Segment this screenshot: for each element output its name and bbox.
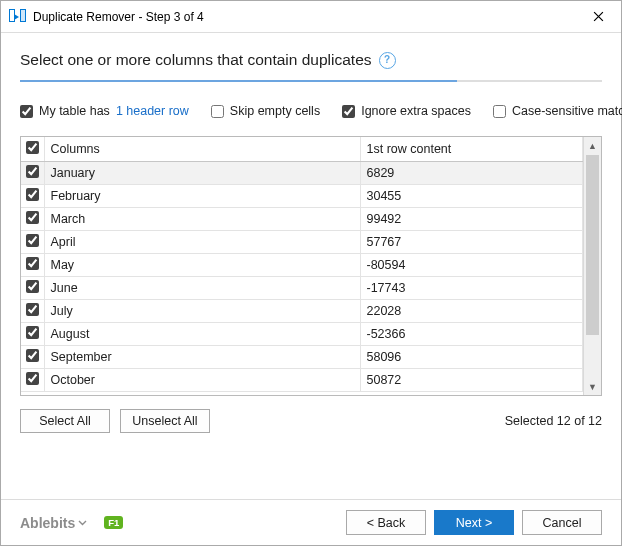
chevron-down-icon [78, 520, 87, 526]
table-header-row: Columns 1st row content [21, 137, 583, 161]
app-icon [9, 9, 26, 24]
titlebar: Duplicate Remover - Step 3 of 4 [1, 1, 621, 33]
page-heading: Select one or more columns that contain … [20, 51, 602, 69]
table-row[interactable]: February30455 [21, 184, 583, 207]
table-row[interactable]: January6829 [21, 161, 583, 184]
row-first-value: 58096 [360, 345, 583, 368]
row-checkbox[interactable] [26, 211, 39, 224]
table-row[interactable]: October50872 [21, 368, 583, 391]
row-column-name: August [44, 322, 360, 345]
ignore-spaces-checkbox[interactable] [342, 105, 355, 118]
row-first-value: 50872 [360, 368, 583, 391]
row-first-value: 99492 [360, 207, 583, 230]
close-icon [593, 11, 604, 22]
dialog-window: Duplicate Remover - Step 3 of 4 Select o… [0, 0, 622, 546]
select-all-checkbox[interactable] [26, 141, 39, 154]
skip-empty-checkbox[interactable] [211, 105, 224, 118]
options-row: My table has 1 header row Skip empty cel… [20, 104, 602, 118]
row-checkbox-cell[interactable] [21, 345, 44, 368]
header-rows-checkbox[interactable] [20, 105, 33, 118]
selected-count: Selected 12 of 12 [505, 414, 602, 428]
row-first-value: 30455 [360, 184, 583, 207]
header-rows-count[interactable]: 1 header row [116, 104, 189, 118]
row-first-value: -17743 [360, 276, 583, 299]
close-button[interactable] [576, 2, 621, 32]
cancel-button[interactable]: Cancel [522, 510, 602, 535]
row-checkbox[interactable] [26, 349, 39, 362]
row-checkbox-cell[interactable] [21, 253, 44, 276]
table-row[interactable]: April57767 [21, 230, 583, 253]
row-checkbox[interactable] [26, 326, 39, 339]
row-checkbox-cell[interactable] [21, 207, 44, 230]
row-first-value: 57767 [360, 230, 583, 253]
case-sensitive-checkbox[interactable] [493, 105, 506, 118]
brand[interactable]: Ablebits [20, 515, 87, 531]
row-column-name: March [44, 207, 360, 230]
row-column-name: October [44, 368, 360, 391]
table-row[interactable]: July22028 [21, 299, 583, 322]
row-column-name: September [44, 345, 360, 368]
back-button[interactable]: < Back [346, 510, 426, 535]
row-column-name: January [44, 161, 360, 184]
table-row[interactable]: June-17743 [21, 276, 583, 299]
scroll-up-arrow-icon[interactable]: ▲ [584, 137, 601, 154]
table-row[interactable]: August-52366 [21, 322, 583, 345]
ignore-spaces-label: Ignore extra spaces [361, 104, 471, 118]
heading-text: Select one or more columns that contain … [20, 51, 372, 69]
f1-help-badge[interactable]: F1 [104, 516, 123, 530]
table-row[interactable]: March99492 [21, 207, 583, 230]
scrollbar-thumb[interactable] [586, 155, 599, 335]
row-checkbox-cell[interactable] [21, 184, 44, 207]
columns-table: Columns 1st row content January6829Febru… [20, 136, 602, 396]
row-first-value: 22028 [360, 299, 583, 322]
row-checkbox-cell[interactable] [21, 161, 44, 184]
row-checkbox-cell[interactable] [21, 299, 44, 322]
row-column-name: June [44, 276, 360, 299]
row-checkbox[interactable] [26, 234, 39, 247]
option-ignore-spaces[interactable]: Ignore extra spaces [342, 104, 471, 118]
header-rows-prefix: My table has [39, 104, 110, 118]
select-all-header[interactable] [21, 137, 44, 161]
content-area: Select one or more columns that contain … [1, 33, 621, 499]
columns-table-inner: Columns 1st row content January6829Febru… [21, 137, 583, 392]
option-header-rows[interactable]: My table has 1 header row [20, 104, 189, 118]
row-checkbox[interactable] [26, 257, 39, 270]
row-checkbox[interactable] [26, 280, 39, 293]
row-checkbox[interactable] [26, 303, 39, 316]
row-checkbox[interactable] [26, 372, 39, 385]
table-row[interactable]: September58096 [21, 345, 583, 368]
row-checkbox-cell[interactable] [21, 276, 44, 299]
row-checkbox-cell[interactable] [21, 322, 44, 345]
window-title: Duplicate Remover - Step 3 of 4 [33, 10, 576, 24]
row-first-value: -52366 [360, 322, 583, 345]
table-scrollbar[interactable]: ▲ ▼ [583, 137, 601, 395]
option-skip-empty[interactable]: Skip empty cells [211, 104, 320, 118]
row-checkbox-cell[interactable] [21, 230, 44, 253]
help-icon[interactable]: ? [379, 52, 396, 69]
row-first-value: -80594 [360, 253, 583, 276]
unselect-all-button[interactable]: Unselect All [120, 409, 210, 433]
row-column-name: July [44, 299, 360, 322]
scroll-down-arrow-icon[interactable]: ▼ [584, 378, 601, 395]
row-column-name: February [44, 184, 360, 207]
row-checkbox[interactable] [26, 188, 39, 201]
footer: Ablebits F1 < Back Next > Cancel [1, 499, 621, 545]
step-progress [20, 80, 602, 82]
select-all-button[interactable]: Select All [20, 409, 110, 433]
first-row-header[interactable]: 1st row content [360, 137, 583, 161]
row-column-name: May [44, 253, 360, 276]
columns-header[interactable]: Columns [44, 137, 360, 161]
next-button[interactable]: Next > [434, 510, 514, 535]
row-checkbox[interactable] [26, 165, 39, 178]
case-sensitive-label: Case-sensitive match [512, 104, 622, 118]
skip-empty-label: Skip empty cells [230, 104, 320, 118]
row-first-value: 6829 [360, 161, 583, 184]
option-case-sensitive[interactable]: Case-sensitive match [493, 104, 622, 118]
step-progress-fill [20, 80, 457, 82]
row-column-name: April [44, 230, 360, 253]
row-checkbox-cell[interactable] [21, 368, 44, 391]
under-table-row: Select All Unselect All Selected 12 of 1… [20, 409, 602, 433]
table-row[interactable]: May-80594 [21, 253, 583, 276]
brand-label: Ablebits [20, 515, 75, 531]
